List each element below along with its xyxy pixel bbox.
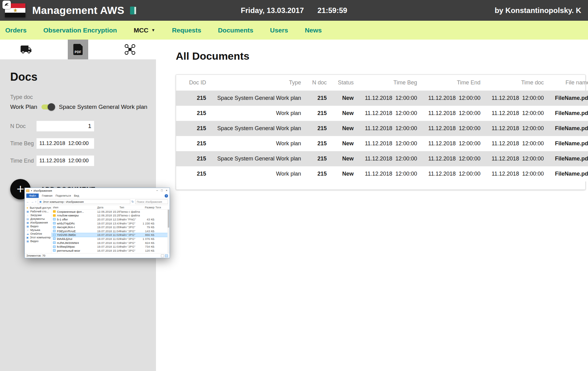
cell-n-doc: 215 (307, 106, 332, 121)
nav-item-requests[interactable]: Requests (172, 27, 201, 34)
datetime-group: Friday, 13.03.2017 21:59:59 (241, 6, 347, 15)
tab-transport[interactable] (0, 40, 52, 59)
refresh-icon[interactable]: ↻ (132, 200, 134, 203)
tab-drone[interactable] (104, 40, 156, 59)
col-type: Type (212, 75, 307, 91)
nav-item-documents[interactable]: Documents (218, 27, 253, 34)
documents-table-card: Doc ID Type N doc Status Time Beg Time E… (176, 75, 586, 190)
col-status: Status (332, 75, 359, 91)
col-time-end: Time End (423, 75, 486, 91)
maximize-button[interactable]: □ (161, 189, 162, 192)
explorer-menu-home[interactable]: Главная (42, 194, 52, 197)
explorer-file-row[interactable]: F0tEysVRAoE 19.07.2018 11:04 Файл "JPG" … (51, 229, 170, 233)
col-name[interactable]: Имя (51, 206, 97, 209)
nav-item-icon: ▦ (26, 210, 29, 213)
explorer-file-row[interactable]: kMvkkJj2IuI 19.07.2018 11:02 Файл "JPG" … (51, 237, 170, 241)
explorer-nav-item[interactable]: ♪ Музыка (26, 228, 51, 232)
col-time-beg: Time Beg (359, 75, 423, 91)
file-icon (53, 214, 56, 217)
egypt-flag (5, 3, 25, 17)
file-icon (53, 218, 56, 220)
chevron-down-icon: ▼ (151, 28, 155, 32)
col-type[interactable]: Тип (119, 206, 140, 209)
cell-doc-id: 215 (176, 121, 212, 136)
minimize-button[interactable]: – (156, 189, 158, 192)
main-nav: Orders Observation Encryption MCC ▼ Requ… (0, 21, 588, 40)
search-input[interactable]: Поиск: Изображения (135, 199, 168, 204)
page-title: All Documents (176, 50, 588, 62)
explorer-nav-item[interactable]: ▦ Видео (26, 239, 51, 243)
explorer-file-row[interactable]: wXbJT4pDRc 19.07.2018 13:43 Файл "JPG" 1… (51, 221, 170, 225)
explorer-file-list: Имя Дата Тип Размер Теги Сохраненные фот… (51, 205, 170, 253)
col-date[interactable]: Дата (97, 206, 119, 209)
nav-item-mcc-dropdown[interactable]: MCC ▼ (134, 27, 155, 34)
scrollbar[interactable] (167, 210, 170, 253)
cell-status: New (332, 166, 359, 181)
table-row: 215 Space System General Work plan 215 N… (176, 151, 588, 166)
explorer-status-bar: Элементов: 70 (25, 253, 170, 258)
cell-time-doc: 11.12.2018 12:00:00 (486, 91, 550, 106)
explorer-file-row[interactable]: Сохраненные фот... 12.06.2018 15:25 Папк… (51, 210, 170, 214)
table-row: 215 Space System General Work plan 215 N… (176, 121, 588, 136)
col-tags[interactable]: Теги (155, 206, 163, 209)
quick-access-caret-icon[interactable]: ▾ (31, 190, 32, 192)
explorer-nav-item[interactable]: ▣ Этот компьютер (26, 236, 51, 239)
folder-icon (26, 190, 29, 192)
explorer-nav-item[interactable]: ▦ Видео (26, 224, 51, 228)
explorer-menu-view[interactable]: Вид (74, 194, 79, 197)
nav-item-users[interactable]: Users (270, 27, 288, 34)
doc-type-toggle[interactable] (41, 104, 54, 109)
n-doc-input[interactable] (37, 121, 94, 131)
thumbnail-view-icon[interactable] (165, 254, 168, 257)
explorer-file-row[interactable]: рептильный мозг 16.07.2018 15:16 Файл "J… (51, 249, 170, 253)
nav-item-observation-encryption[interactable]: Observation Encryption (43, 27, 117, 34)
explorer-file-row[interactable]: kc9lwqSMpac 19.07.2018 11:01 Файл "JPG" … (51, 245, 170, 249)
explorer-nav-item[interactable]: ▦ Рабочий сто... (26, 210, 51, 213)
explorer-nav-item[interactable]: ▤ Документы (26, 217, 51, 221)
cell-time-end: 11.12.2018 12:00:00 (423, 166, 486, 181)
cell-time-doc: 11.12.2018 12:00:00 (486, 136, 550, 151)
explorer-file-row[interactable]: YzGVI0-3WDc 19.07.2018 11:02 Файл "JPG" … (51, 233, 170, 237)
nav-item-news[interactable]: News (305, 27, 322, 34)
nav-item-icon: ↓ (26, 214, 29, 217)
col-size[interactable]: Размер (140, 206, 155, 209)
breadcrumb[interactable]: ▣ Этот компьютер › Изображения (38, 199, 130, 204)
cell-n-doc: 215 (307, 151, 332, 166)
cell-file-name: FileName.pdf (549, 91, 588, 106)
forward-icon[interactable]: → (31, 200, 34, 203)
scrollbar-thumb[interactable] (168, 210, 169, 228)
nav-item-icon: ▣ (26, 236, 29, 239)
table-row: 215 Space System General Work plan 215 N… (176, 91, 588, 106)
explorer-menu-file[interactable]: Файл (26, 194, 39, 198)
explorer-file-row[interactable]: mJhKJM3XMW4 19.07.2018 11:01 Файл "JPG" … (51, 241, 170, 245)
tab-documents-pdf[interactable]: PDF (52, 40, 104, 59)
help-icon[interactable]: ? (165, 194, 168, 198)
cell-type: Work plan (212, 136, 307, 151)
file-icon (53, 237, 56, 240)
explorer-nav-item[interactable]: ↓ Загрузки (26, 213, 51, 217)
back-icon[interactable]: ← (26, 200, 29, 203)
time-end-input[interactable] (37, 156, 94, 166)
explorer-file-row[interactable]: 4wcvpKJKm-I 19.07.2018 11:05 Файл "JPG" … (51, 225, 170, 229)
explorer-menu-share[interactable]: Поделиться (55, 194, 71, 197)
nav-item-icon: ▤ (26, 218, 29, 220)
close-button[interactable]: × (166, 189, 167, 192)
nav-item-orders[interactable]: Orders (5, 27, 27, 34)
drone-icon (120, 40, 140, 59)
list-view-icon[interactable] (161, 254, 164, 257)
explorer-titlebar[interactable]: ▾ Изображения – □ × (25, 188, 170, 193)
explorer-nav-item[interactable]: ☁ OneDrive (26, 232, 51, 236)
explorer-file-row[interactable]: Альбом камеры 12.06.2018 15:25 Папка с ф… (51, 214, 170, 218)
doc-type-toggle-row: Work Plan Space System General Work plan (10, 104, 150, 110)
time-beg-row: Time Beg (10, 138, 150, 149)
explorer-nav-item[interactable]: ★ Быстрый доступ (26, 206, 51, 210)
items-count: Элементов: 70 (26, 254, 45, 257)
explorer-nav-item[interactable]: ▦ Изображения (26, 221, 51, 224)
cell-time-beg: 11.12.2018 12:00:00 (359, 136, 423, 151)
cell-doc-id: 215 (176, 136, 212, 151)
up-icon[interactable]: ↑ (35, 200, 37, 203)
explorer-file-row[interactable]: 5-1 offer 20.07.2018 12:31 Файл "PNG" 43… (51, 217, 170, 221)
time-beg-input[interactable] (37, 138, 94, 149)
current-date: Friday, 13.03.2017 (241, 6, 304, 15)
explorer-nav-pane: ★ Быстрый доступ ▦ Рабочий сто... ↓ Загр… (25, 205, 51, 253)
